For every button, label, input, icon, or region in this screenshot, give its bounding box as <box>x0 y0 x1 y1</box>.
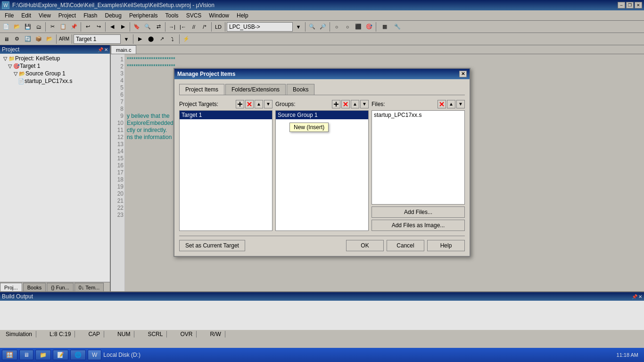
targets-up-button[interactable]: ▲ <box>255 100 263 108</box>
cancel-button[interactable]: Cancel <box>387 240 424 251</box>
groups-header: Groups: ▲ ▼ <box>275 100 369 108</box>
target-item-1[interactable]: Target 1 <box>180 111 272 119</box>
add-files-button[interactable]: Add Files... <box>372 206 465 218</box>
groups-up-button[interactable]: ▲ <box>351 100 359 108</box>
dialog-overlay: Manage Project Items ✕ Project Items Fol… <box>0 0 644 362</box>
dialog-title-text: Manage Project Items <box>177 71 235 77</box>
groups-column: Groups: ▲ ▼ Source Group 1 <box>275 100 369 231</box>
delete-target-icon <box>247 101 252 107</box>
groups-add-button[interactable] <box>332 100 340 108</box>
group-item-1[interactable]: Source Group 1 <box>276 111 368 119</box>
groups-down-button[interactable]: ▼ <box>360 100 369 108</box>
dialog-columns: Project Targets: ▲ ▼ Target 1 <box>179 100 465 231</box>
files-header: Files: ▲ ▼ <box>372 100 465 108</box>
files-list[interactable]: startup_LPC17xx.s <box>372 110 465 205</box>
files-up-button[interactable]: ▲ <box>447 100 455 108</box>
add-target-icon <box>237 101 243 107</box>
dialog-tab-folders[interactable]: Folders/Extensions <box>225 84 286 95</box>
groups-label: Groups: <box>275 101 331 107</box>
targets-header: Project Targets: ▲ ▼ <box>179 100 272 108</box>
dialog-tab-books[interactable]: Books <box>287 84 314 95</box>
dialog-tab-bar: Project Items Folders/Extensions Books <box>179 84 465 95</box>
add-files-image-button[interactable]: Add Files as Image... <box>372 220 465 231</box>
targets-column: Project Targets: ▲ ▼ Target 1 <box>179 100 272 231</box>
files-down-button[interactable]: ▼ <box>456 100 465 108</box>
add-group-icon <box>333 101 339 107</box>
targets-delete-button[interactable] <box>245 100 254 108</box>
dialog-body: Project Items Folders/Extensions Books P… <box>174 79 470 256</box>
ok-button[interactable]: OK <box>346 240 384 251</box>
new-insert-popup: New (Insert) <box>289 123 329 132</box>
targets-label: Project Targets: <box>179 101 235 107</box>
targets-list[interactable]: Target 1 <box>179 110 272 231</box>
dialog-footer-buttons: Set as Current Target OK Cancel Help <box>179 236 465 251</box>
groups-delete-button[interactable] <box>341 100 350 108</box>
file-item-1[interactable]: startup_LPC17xx.s <box>372 111 464 119</box>
delete-file-icon <box>439 101 445 107</box>
dialog-tab-project-items[interactable]: Project Items <box>179 84 224 95</box>
delete-group-icon <box>343 101 348 107</box>
targets-down-button[interactable]: ▼ <box>264 100 272 108</box>
dialog-ok-cancel-group: OK Cancel Help <box>346 240 465 251</box>
files-delete-button[interactable] <box>438 100 446 108</box>
set-current-target-button[interactable]: Set as Current Target <box>179 240 245 251</box>
files-column: Files: ▲ ▼ startup_LPC17xx.s Add Files..… <box>372 100 465 231</box>
svg-rect-1 <box>239 102 240 107</box>
dialog-title-bar: Manage Project Items ✕ <box>174 69 470 79</box>
dialog-close-button[interactable]: ✕ <box>459 71 467 77</box>
file-action-buttons: Add Files... Add Files as Image... <box>372 206 465 231</box>
files-label: Files: <box>372 101 437 107</box>
targets-add-button[interactable] <box>236 100 244 108</box>
help-button[interactable]: Help <box>427 240 465 251</box>
svg-rect-5 <box>336 102 337 107</box>
manage-project-dialog: Manage Project Items ✕ Project Items Fol… <box>173 68 471 257</box>
new-insert-label: New (Insert) <box>294 124 324 131</box>
